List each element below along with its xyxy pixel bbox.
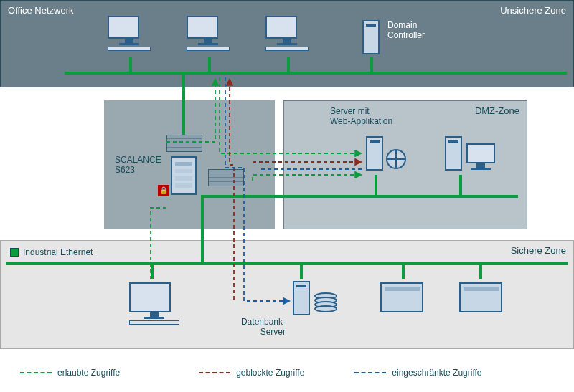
firewall-icon: [208, 169, 244, 186]
unsafe-zone-label: Unsichere Zone: [500, 5, 566, 16]
legend-restricted-label: eingeschränkte Zugriffe: [392, 368, 481, 378]
bus-drop-plc2: [479, 262, 482, 279]
pc-icon: [187, 16, 230, 51]
bus-drop-dc: [370, 57, 373, 73]
legend-allowed: erlaubte Zugriffe: [20, 368, 120, 378]
lock-icon: 🔒: [158, 185, 169, 196]
bus-drop-db: [300, 262, 303, 279]
domain-controller-icon: [362, 20, 380, 54]
globe-icon: [386, 149, 406, 169]
bus-safe: [6, 262, 568, 265]
bus-drop-workstation: [459, 175, 462, 196]
bus-dmz: [202, 195, 518, 198]
safe-zone-label: Sichere Zone: [511, 245, 566, 256]
bus-drop-pc3: [287, 57, 290, 73]
bus-drop-webserver: [375, 175, 377, 196]
office-network-label: Office Netzwerk: [8, 5, 74, 16]
legend-blocked-label: geblockte Zugriffe: [236, 368, 304, 378]
bus-drop-pc1: [129, 57, 132, 73]
bus-drop-pc-safe: [151, 262, 154, 279]
domain-controller-label: Domain Controller: [387, 20, 425, 41]
plc-icon: [380, 282, 423, 312]
industrial-ethernet-label: Industrial Ethernet: [23, 247, 93, 257]
legend-restricted: eingeschränkte Zugriffe: [354, 368, 481, 378]
industrial-ethernet-icon: [10, 248, 19, 257]
dmz-zone-label: DMZ-Zone: [475, 105, 519, 116]
web-server-icon: [366, 136, 383, 171]
pc-icon: [265, 16, 309, 51]
firewall-icon: [166, 135, 202, 152]
scalance-device-icon: [171, 156, 197, 195]
web-server-label: Server mit Web-Applikation: [330, 106, 392, 127]
legend-allowed-label: erlaubte Zugriffe: [57, 368, 120, 378]
bus-drop-plc1: [402, 262, 405, 279]
plc-icon: [459, 282, 502, 312]
legend-blocked: geblockte Zugriffe: [199, 368, 304, 378]
workstation-pc-icon: [466, 143, 495, 170]
bus-drop-pc2: [208, 57, 211, 73]
pc-icon: [108, 16, 151, 51]
legend: erlaubte Zugriffe geblockte Zugriffe ein…: [0, 358, 574, 387]
bus-unsafe: [65, 72, 567, 75]
pc-icon: [129, 282, 179, 325]
db-server-icon: [293, 281, 310, 315]
database-icon: [314, 292, 337, 312]
db-server-label: Datenbank- Server: [228, 317, 286, 338]
workstation-server-icon: [445, 136, 462, 171]
bus-scalance-to-safe: [201, 195, 204, 264]
scalance-label: SCALANCE S623: [115, 155, 161, 176]
